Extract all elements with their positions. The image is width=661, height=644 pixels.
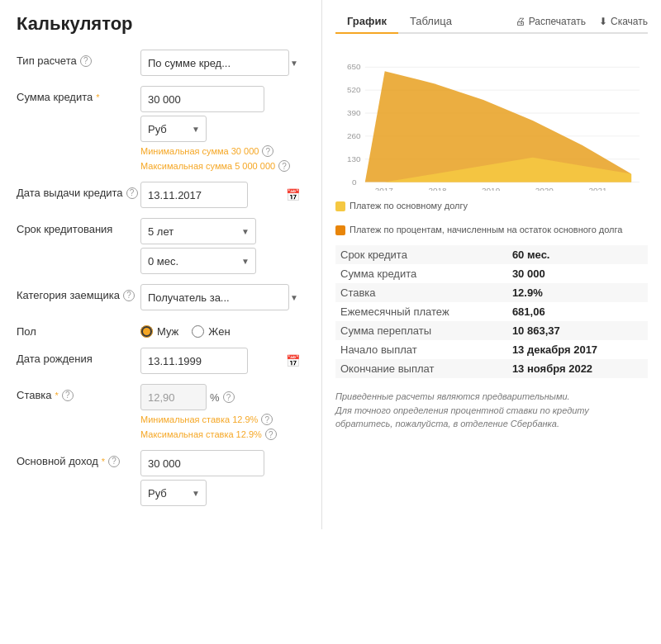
chart-legend: Платеж по основному долгу Платеж по проц…: [335, 201, 648, 235]
tabs-row: График Таблица 🖨 Распечатать ⬇ Скачать: [335, 10, 648, 34]
loan-currency-select[interactable]: Руб: [140, 116, 207, 142]
tab-table[interactable]: Таблица: [398, 10, 464, 34]
calc-type-chevron-icon: ▼: [290, 59, 298, 68]
rate-inline-help-icon[interactable]: ?: [223, 391, 235, 403]
svg-text:260: 260: [347, 131, 361, 140]
loan-min-help-icon[interactable]: ?: [262, 145, 273, 157]
tab-graf[interactable]: График: [335, 10, 398, 34]
svg-text:650: 650: [347, 62, 361, 71]
loan-term-years-wrap[interactable]: 5 лет ▼: [140, 218, 256, 244]
gender-female-radio[interactable]: [192, 325, 204, 338]
loan-term-years-select[interactable]: 5 лет: [140, 218, 256, 244]
left-panel: Калькулятор Тип расчета ? По сумме кред.…: [0, 0, 322, 529]
borrower-category-row: Категория заемщика ? Получатель за... ▼: [17, 284, 305, 310]
birth-date-label: Дата рождения: [17, 348, 140, 365]
loan-currency-select-wrap[interactable]: Руб ▼: [140, 116, 207, 142]
gender-male-radio[interactable]: [140, 325, 153, 338]
chart-area: 0 130 260 390 520 650 2017 2018 2019 202…: [335, 42, 648, 191]
loan-min-hint: Минимальная сумма 30 000: [140, 146, 259, 156]
loan-max-help-icon[interactable]: ?: [278, 160, 290, 172]
loan-term-row: Срок кредитования 5 лет ▼ 0 мес.: [17, 218, 305, 274]
gender-row: Пол Муж Жен: [17, 320, 305, 338]
download-icon: ⬇: [599, 16, 607, 27]
summary-row: Сумма кредита30 000: [335, 264, 648, 283]
borrower-chevron-icon: ▼: [290, 293, 298, 302]
page-title: Калькулятор: [17, 13, 305, 35]
summary-row: Срок кредита60 мес.: [335, 245, 648, 264]
loan-date-calendar-icon[interactable]: 📅: [286, 188, 300, 201]
loan-amount-input[interactable]: [140, 86, 264, 112]
summary-row: Начало выплат13 декабря 2017: [335, 340, 648, 359]
income-help-icon[interactable]: ?: [108, 456, 120, 467]
svg-text:2017: 2017: [375, 186, 394, 191]
rate-input: [140, 384, 207, 410]
summary-row: Окончание выплат13 ноября 2022: [335, 359, 648, 378]
borrower-category-label: Категория заемщика ?: [17, 284, 140, 301]
rate-help-icon[interactable]: ?: [62, 390, 74, 401]
svg-text:0: 0: [352, 178, 357, 187]
rate-max-hint: Максимальная ставка 12.9%: [140, 429, 262, 439]
loan-date-wrap: 📅: [140, 182, 305, 208]
loan-term-label: Срок кредитования: [17, 218, 140, 235]
print-icon: 🖨: [516, 16, 525, 27]
gender-radio-group: Муж Жен: [140, 320, 305, 338]
loan-max-hint: Максимальная сумма 5 000 000: [140, 161, 275, 171]
rate-label: Ставка * ?: [17, 384, 140, 401]
rate-row: Ставка * ? % ? Минимальная ставка 12.9% …: [17, 384, 305, 440]
income-row: Основной доход * ? Руб ▼: [17, 450, 305, 506]
gender-female-label[interactable]: Жен: [192, 325, 230, 338]
calc-type-select-wrap[interactable]: По сумме кред... ▼: [140, 50, 305, 76]
income-label: Основной доход * ?: [17, 450, 140, 467]
loan-term-months-wrap[interactable]: 0 мес. ▼: [140, 248, 256, 274]
tab-actions: 🖨 Распечатать ⬇ Скачать: [516, 16, 648, 27]
summary-row: Сумма переплаты10 863,37: [335, 321, 648, 340]
calc-type-label: Тип расчета ?: [17, 50, 140, 67]
birth-date-input[interactable]: [140, 348, 248, 374]
loan-amount-row: Сумма кредита * Руб ▼ Минимальная сум: [17, 86, 305, 172]
summary-row: Ежемесячный платеж681,06: [335, 302, 648, 321]
calc-type-select[interactable]: По сумме кред...: [140, 50, 289, 76]
calc-type-help-icon[interactable]: ?: [80, 55, 92, 67]
loan-date-row: Дата выдачи кредита ? 📅: [17, 182, 305, 208]
borrower-category-select-wrap[interactable]: Получатель за... ▼: [140, 284, 305, 310]
loan-term-months-select[interactable]: 0 мес.: [140, 248, 256, 274]
birth-date-row: Дата рождения 📅: [17, 348, 305, 374]
print-action[interactable]: 🖨 Распечатать: [516, 16, 586, 27]
svg-text:2019: 2019: [482, 186, 501, 191]
disclaimer: Приведенные расчеты являются предварител…: [335, 390, 648, 431]
gender-male-label[interactable]: Муж: [140, 325, 178, 338]
borrower-help-icon[interactable]: ?: [123, 290, 135, 301]
right-panel: График Таблица 🖨 Распечатать ⬇ Скачать 0…: [322, 0, 661, 529]
summary-table: Срок кредита60 мес.Сумма кредита30 000Ст…: [335, 245, 648, 378]
svg-text:2020: 2020: [535, 186, 554, 191]
loan-date-help-icon[interactable]: ?: [126, 187, 138, 199]
svg-text:390: 390: [347, 108, 361, 117]
summary-row: Ставка12.9%: [335, 283, 648, 302]
svg-text:520: 520: [347, 85, 361, 94]
loan-date-input[interactable]: [140, 182, 248, 208]
download-action[interactable]: ⬇ Скачать: [599, 16, 648, 27]
gender-label: Пол: [17, 320, 140, 338]
legend-principal: Платеж по основному долгу: [335, 201, 468, 211]
calc-type-row: Тип расчета ? По сумме кред... ▼: [17, 50, 305, 76]
rate-min-hint: Минимальная ставка 12.9%: [140, 414, 258, 424]
income-currency-select-wrap[interactable]: Руб ▼: [140, 480, 207, 506]
svg-text:130: 130: [347, 154, 361, 163]
chart-svg: 0 130 260 390 520 650 2017 2018 2019 202…: [335, 42, 648, 191]
legend-interest-dot: [335, 225, 345, 235]
borrower-category-select[interactable]: Получатель за...: [140, 284, 289, 310]
rate-min-help-icon[interactable]: ?: [261, 414, 273, 425]
income-input[interactable]: [140, 450, 264, 476]
svg-text:2018: 2018: [428, 186, 447, 191]
loan-date-label: Дата выдачи кредита ?: [17, 182, 140, 199]
birth-date-calendar-icon[interactable]: 📅: [286, 354, 300, 367]
income-currency-select[interactable]: Руб: [140, 480, 207, 506]
svg-text:2021: 2021: [588, 186, 607, 191]
loan-amount-label: Сумма кредита *: [17, 86, 140, 103]
legend-principal-dot: [335, 201, 345, 211]
rate-max-help-icon[interactable]: ?: [265, 429, 277, 440]
birth-date-wrap: 📅: [140, 348, 305, 374]
legend-interest: Платеж по процентам, начисленным на оста…: [335, 225, 622, 235]
percent-sign: %: [210, 391, 220, 404]
